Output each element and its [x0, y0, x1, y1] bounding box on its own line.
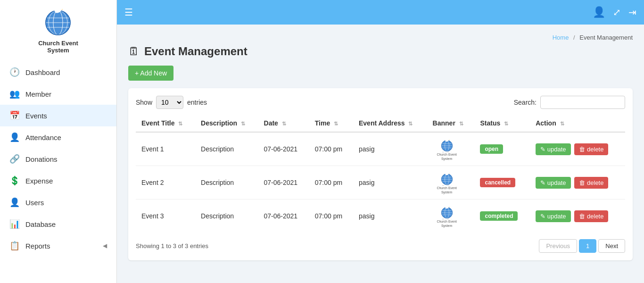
- sort-icon-time: ⇅: [334, 121, 338, 126]
- cell-event-title: Event 2: [136, 166, 195, 200]
- col-status[interactable]: Status ⇅: [474, 115, 530, 132]
- topbar-left: ☰: [124, 7, 133, 18]
- cell-banner: Church Event Church EventSystem: [427, 132, 475, 166]
- status-badge: completed: [480, 211, 518, 221]
- update-button[interactable]: ✎ update: [536, 177, 570, 189]
- sidebar-logo: Church EventSystem: [38, 5, 78, 54]
- delete-button[interactable]: 🗑 delete: [574, 177, 608, 189]
- cell-date: 07-06-2021: [258, 166, 309, 200]
- church-logo-icon: [41, 5, 74, 38]
- sidebar-item-expense[interactable]: 💲 Expense: [0, 170, 116, 191]
- donations-icon: 🔗: [9, 154, 20, 164]
- entries-select[interactable]: 5 10 25 50 100: [156, 96, 183, 109]
- cell-time: 07:00 pm: [309, 132, 353, 166]
- sidebar-item-member[interactable]: 👥 Member: [0, 83, 116, 105]
- event-table: Event Title ⇅ Description ⇅ Date ⇅ Tim: [136, 115, 625, 233]
- sidebar-item-events[interactable]: 📅 Events: [0, 105, 116, 126]
- logout-icon[interactable]: ⇥: [628, 7, 636, 18]
- col-event-title[interactable]: Event Title ⇅: [136, 115, 195, 132]
- update-button[interactable]: ✎ update: [536, 143, 570, 155]
- dashboard-icon: 🕐: [9, 67, 20, 77]
- page-header-icon: 🗓: [128, 45, 140, 58]
- breadcrumb-current: Event Management: [579, 34, 633, 41]
- sidebar-item-label: Member: [25, 90, 107, 98]
- cell-banner: Church Event Church EventSystem: [427, 200, 475, 233]
- app-name: Church EventSystem: [38, 40, 78, 54]
- status-badge: open: [480, 144, 503, 154]
- sidebar-item-attendance[interactable]: 👤 Attendance: [0, 126, 116, 148]
- sidebar-item-users[interactable]: 👤 Users: [0, 191, 116, 213]
- table-row: Event 2 Description 07-06-2021 07:00 pm …: [136, 166, 625, 200]
- svg-point-41: [447, 206, 449, 208]
- col-description[interactable]: Description ⇅: [195, 115, 258, 132]
- main-area: ☰ 👤 ⤢ ⇥ Home / Event Management 🗓 Event …: [117, 0, 644, 283]
- next-button[interactable]: Next: [598, 239, 625, 253]
- col-event-address[interactable]: Event Address ⇅: [353, 115, 427, 132]
- search-input[interactable]: [540, 96, 625, 109]
- expand-icon[interactable]: ⤢: [613, 7, 621, 18]
- search-box: Search:: [514, 96, 625, 109]
- cell-date: 07-06-2021: [258, 200, 309, 233]
- cell-event-address: pasig: [353, 200, 427, 233]
- cell-status: open: [474, 132, 530, 166]
- cell-time: 07:00 pm: [309, 200, 353, 233]
- col-time[interactable]: Time ⇅: [309, 115, 353, 132]
- sort-icon-event-title: ⇅: [178, 121, 182, 126]
- svg-text:Church Event: Church Event: [442, 152, 452, 153]
- sidebar-item-reports[interactable]: 📋 Reports ◀: [0, 235, 116, 257]
- database-icon: 📊: [9, 219, 20, 229]
- user-icon[interactable]: 👤: [593, 6, 605, 18]
- page-1-button[interactable]: 1: [579, 239, 596, 253]
- table-header-row: Event Title ⇅ Description ⇅ Date ⇅ Tim: [136, 115, 625, 132]
- pagination: Previous 1 Next: [539, 239, 625, 253]
- content-area: Home / Event Management 🗓 Event Manageme…: [117, 25, 644, 283]
- svg-point-9: [59, 8, 62, 11]
- previous-button[interactable]: Previous: [539, 239, 577, 253]
- cell-time: 07:00 pm: [309, 166, 353, 200]
- cell-date: 07-06-2021: [258, 132, 309, 166]
- svg-marker-31: [449, 173, 450, 174]
- delete-button[interactable]: 🗑 delete: [574, 143, 608, 155]
- breadcrumb-home-link[interactable]: Home: [553, 34, 569, 41]
- svg-marker-10: [62, 9, 63, 10]
- sidebar-item-dashboard[interactable]: 🕐 Dashboard: [0, 61, 116, 83]
- col-date[interactable]: Date ⇅: [258, 115, 309, 132]
- col-action[interactable]: Action ⇅: [530, 115, 625, 132]
- status-badge: cancelled: [480, 178, 515, 187]
- show-label: Show: [136, 99, 152, 106]
- table-row: Event 3 Description 07-06-2021 07:00 pm …: [136, 200, 625, 233]
- col-banner[interactable]: Banner ⇅: [427, 115, 475, 132]
- users-icon: 👤: [9, 197, 20, 208]
- add-new-button[interactable]: + Add New: [128, 66, 173, 81]
- svg-point-30: [447, 173, 449, 174]
- reports-chevron-icon: ◀: [103, 242, 107, 249]
- show-entries: Show 5 10 25 50 100 entries: [136, 96, 207, 109]
- reports-icon: 📋: [9, 241, 20, 251]
- delete-button[interactable]: 🗑 delete: [574, 210, 608, 222]
- cell-event-address: pasig: [353, 166, 427, 200]
- table-row: Event 1 Description 07-06-2021 07:00 pm …: [136, 132, 625, 166]
- topbar-right: 👤 ⤢ ⇥: [593, 6, 636, 18]
- update-button[interactable]: ✎ update: [536, 210, 570, 222]
- sort-icon-event-address: ⇅: [408, 121, 413, 126]
- cell-action: ✎ update 🗑 delete: [530, 200, 625, 233]
- cell-status: cancelled: [474, 166, 530, 200]
- sidebar-item-donations[interactable]: 🔗 Donations: [0, 148, 116, 170]
- sort-icon-description: ⇅: [241, 121, 245, 126]
- cell-event-title: Event 3: [136, 200, 195, 233]
- cell-status: completed: [474, 200, 530, 233]
- search-label: Search:: [514, 99, 537, 106]
- sidebar-item-database[interactable]: 📊 Database: [0, 213, 116, 235]
- sidebar-item-label: Dashboard: [25, 68, 107, 76]
- table-controls: Show 5 10 25 50 100 entries Search:: [136, 96, 625, 109]
- breadcrumb: Home / Event Management: [128, 34, 633, 41]
- page-title: Event Management: [144, 45, 248, 58]
- banner-image: Church Event Church EventSystem: [433, 204, 461, 228]
- sidebar-item-label: Events: [25, 112, 107, 120]
- cell-action: ✎ update 🗑 delete: [530, 166, 625, 200]
- svg-marker-42: [449, 207, 450, 207]
- banner-image: Church Event Church EventSystem: [433, 137, 461, 161]
- sidebar-navigation: 🕐 Dashboard 👥 Member 📅 Events 👤 Attendan…: [0, 61, 116, 257]
- hamburger-icon[interactable]: ☰: [124, 7, 133, 18]
- sidebar-item-label: Reports: [25, 242, 97, 250]
